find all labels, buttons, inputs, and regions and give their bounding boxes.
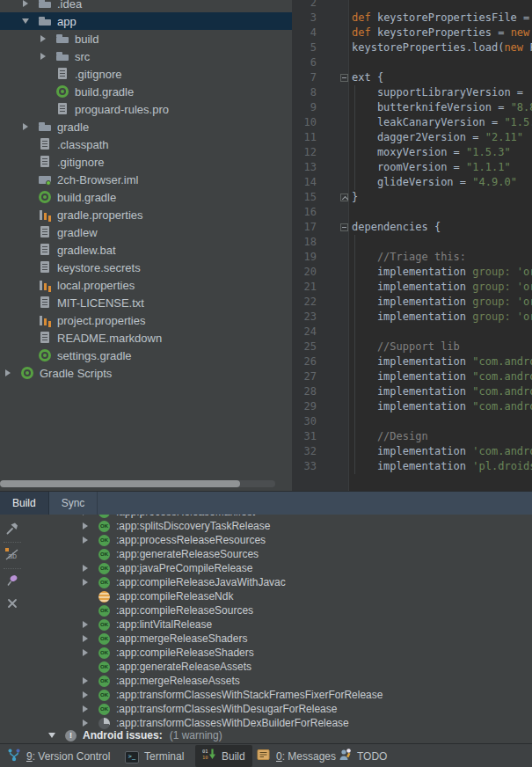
code-token: roomVersion =: [352, 161, 466, 173]
build-task-label: :app:compileReleaseJavaWithJavac: [116, 576, 286, 588]
code-token: "com.andro: [472, 385, 532, 398]
fold-marker-icon[interactable]: [340, 74, 348, 82]
expand-arrow-icon[interactable]: [79, 579, 91, 586]
tab-sync[interactable]: Sync: [49, 492, 98, 515]
build-task-app-mergereleaseassets[interactable]: :app:mergeReleaseAssets: [0, 674, 532, 688]
expand-arrow-icon[interactable]: [79, 635, 91, 642]
code-token: butterknifeVersion =: [352, 101, 511, 113]
folder-icon: [55, 49, 69, 63]
code-token: implementation: [352, 445, 472, 457]
gradle-icon: [38, 348, 52, 362]
code-line-3: def keystorePropertiesFile =: [352, 11, 532, 26]
expand-arrow-icon[interactable]: [2, 369, 14, 376]
code-line-33: implementation 'pl.droids: [352, 459, 532, 474]
tree-item-gradlew[interactable]: gradlew: [0, 223, 292, 241]
build-task-app-compilereleasejavawithjavac[interactable]: :app:compileReleaseJavaWithJavac: [0, 575, 532, 589]
build-task-app-compilereleaseshaders[interactable]: :app:compileReleaseShaders: [0, 646, 532, 660]
tree-item-settings-gradle[interactable]: settings.gradle: [0, 347, 292, 364]
android-issues-row[interactable]: Android issues:(1 warning): [0, 728, 532, 742]
tree-item-gitignore[interactable]: .gitignore: [0, 65, 292, 83]
code-token: leakCanaryVersion =: [352, 116, 504, 128]
build-task-app-generatereleaseassets[interactable]: :app:generateReleaseAssets: [0, 660, 532, 674]
tree-item-gradle-properties[interactable]: gradle.properties: [0, 206, 292, 223]
tree-item-gitignore[interactable]: .gitignore: [0, 153, 292, 171]
expand-arrow-icon[interactable]: [79, 522, 91, 530]
tab-label: Sync: [62, 497, 85, 509]
build-task-app-mergereleaseshaders[interactable]: :app:mergeReleaseShaders: [0, 632, 532, 646]
tree-item-gradle[interactable]: gradle: [0, 118, 292, 135]
expand-arrow-icon[interactable]: [79, 621, 91, 628]
expand-arrow-icon[interactable]: [79, 515, 91, 515]
expand-arrow-icon[interactable]: [37, 35, 49, 42]
expand-arrow-icon[interactable]: [19, 123, 32, 130]
expand-arrow-icon[interactable]: [79, 565, 91, 572]
tree-item-readme-markdown[interactable]: README.markdown: [0, 329, 292, 347]
tree-item-local-properties[interactable]: local.properties: [0, 276, 292, 294]
tree-item-project-properties[interactable]: project.properties: [0, 311, 292, 329]
status-item-build-build[interactable]: 0110Build: [195, 745, 252, 767]
task-ok-icon: [98, 647, 110, 659]
tree-item-gradlew-bat[interactable]: gradlew.bat: [0, 241, 292, 259]
line-number: 4: [292, 26, 317, 40]
build-task-app-compilereleasendk[interactable]: :app:compileReleaseNdk: [0, 589, 532, 603]
tree-item-idea[interactable]: .idea: [0, 0, 292, 12]
build-task-app-processreleaseresources[interactable]: :app:processReleaseResources: [0, 533, 532, 547]
build-task-app-splitsdiscoverytaskrelease[interactable]: :app:splitsDiscoveryTaskRelease: [0, 519, 532, 533]
line-number: 31: [292, 429, 317, 444]
expand-arrow-icon[interactable]: [19, 0, 32, 7]
folder-icon: [38, 120, 52, 134]
tree-item-mit-license-txt[interactable]: MIT-LICENSE.txt: [0, 294, 292, 311]
line-number: 12: [292, 145, 317, 160]
line-number: 2: [292, 0, 317, 11]
code-line-10: leakCanaryVersion = "1.5.: [352, 115, 532, 130]
tree-item-build[interactable]: build: [0, 30, 292, 47]
tree-item-proguard-rules-pro[interactable]: proguard-rules.pro: [0, 100, 292, 118]
code-token: 'or: [517, 266, 532, 278]
build-task-app-compilereleasesources[interactable]: :app:compileReleaseSources: [0, 603, 532, 617]
status-item-version-control-version-control[interactable]: 9: Version Control: [7, 745, 110, 767]
code-editor[interactable]: 2345678910111213141516171819202122232425…: [292, 0, 532, 491]
collapse-arrow-icon[interactable]: [19, 18, 32, 24]
code-line-25: //Support lib: [352, 340, 460, 354]
status-bar: 9: Version Control>_Terminal0110Build0: …: [0, 743, 532, 767]
tree-item-build-gradle[interactable]: build.gradle: [0, 188, 292, 206]
expand-arrow-icon[interactable]: [79, 677, 91, 684]
status-item-todo-todo[interactable]: TODO: [338, 745, 387, 767]
code-line-5: keystoreProperties.load(new F: [352, 40, 532, 55]
tree-item-label: project.properties: [57, 314, 145, 327]
build-task-app-lintvitalrelease[interactable]: :app:lintVitalRelease: [0, 617, 532, 632]
status-item-terminal-terminal[interactable]: >_Terminal: [125, 745, 184, 767]
expand-arrow-icon[interactable]: [79, 537, 91, 544]
line-number: 3: [292, 11, 317, 26]
status-item-messages-messages[interactable]: 0: Messages: [257, 745, 336, 767]
tree-item-app[interactable]: app: [0, 12, 292, 30]
horizontal-scrollbar-thumb[interactable]: [0, 480, 240, 487]
code-token: "com.andro: [472, 400, 532, 413]
expand-arrow-icon[interactable]: [79, 649, 91, 656]
fold-marker-icon[interactable]: [340, 223, 348, 231]
fold-marker-icon[interactable]: [340, 194, 348, 201]
expand-arrow-icon[interactable]: [79, 691, 91, 698]
tree-item-2ch-browser-iml[interactable]: 2ch-Browser.iml: [0, 171, 292, 188]
tree-item-keystore-secrets[interactable]: keystore.secrets: [0, 259, 292, 276]
code-token: 'or: [517, 310, 532, 323]
tree-item-build-gradle[interactable]: build.gradle: [0, 83, 292, 100]
tab-build[interactable]: Build: [0, 492, 49, 515]
build-task-app-javaprecompilerelease[interactable]: :app:javaPreCompileRelease: [0, 561, 532, 575]
text-icon: [38, 260, 52, 274]
tree-item-src[interactable]: src: [0, 47, 292, 65]
collapse-arrow-icon[interactable]: [46, 733, 58, 738]
code-line-27: implementation "com.andro: [352, 369, 532, 384]
code-token: 'pl.droids: [472, 460, 532, 472]
expand-arrow-icon[interactable]: [79, 705, 91, 712]
folder-icon: [55, 32, 69, 46]
tree-item-label: .gitignore: [75, 68, 121, 81]
tree-item-gradle-scripts[interactable]: Gradle Scripts: [0, 364, 292, 382]
build-task-app-generatereleasesources[interactable]: :app:generateReleaseSources: [0, 547, 532, 561]
code-line-8: supportLibraryVersion = ': [352, 85, 532, 100]
tree-item-classpath[interactable]: .classpath: [0, 135, 292, 153]
expand-arrow-icon[interactable]: [79, 720, 91, 727]
expand-arrow-icon[interactable]: [37, 53, 49, 60]
build-task-app-transformclasseswithstackframesfixerforrelease[interactable]: :app:transformClassesWithStackFramesFixe…: [0, 688, 532, 702]
build-task-app-transformclasseswithdesugarforrelease[interactable]: :app:transformClassesWithDesugarForRelea…: [0, 702, 532, 716]
